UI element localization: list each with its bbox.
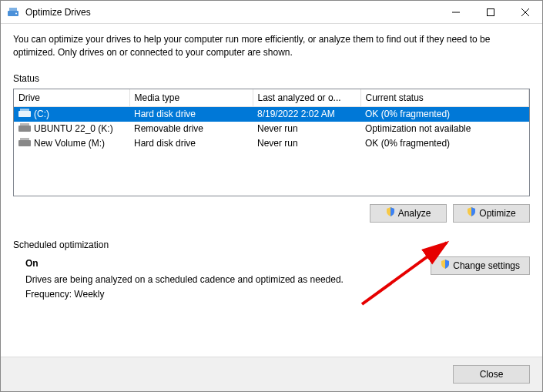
media-type: Hard disk drive xyxy=(129,136,253,151)
analyze-button[interactable]: Analyze xyxy=(370,204,447,223)
titlebar: Optimize Drives xyxy=(1,1,542,24)
drive-icon xyxy=(18,138,31,149)
scheduled-on: On xyxy=(25,256,344,271)
current-status: OK (0% fragmented) xyxy=(360,106,529,122)
analyze-label: Analyze xyxy=(398,208,431,219)
svg-rect-11 xyxy=(18,140,31,146)
scheduled-desc: Drives are being analyzed on a scheduled… xyxy=(25,273,344,287)
svg-rect-10 xyxy=(20,123,29,126)
col-drive[interactable]: Drive xyxy=(14,89,129,107)
table-row[interactable]: New Volume (M:)Hard disk driveNever runO… xyxy=(14,136,529,151)
svg-rect-7 xyxy=(18,111,31,117)
svg-rect-12 xyxy=(20,138,29,140)
footer: Close xyxy=(1,357,542,391)
intro-text: You can optimize your drives to help you… xyxy=(13,33,530,59)
last-analyzed: 8/19/2022 2:02 AM xyxy=(253,106,360,122)
status-label: Status xyxy=(13,73,530,84)
table-header-row: Drive Media type Last analyzed or o... C… xyxy=(14,89,529,107)
scheduled-freq: Frequency: Weekly xyxy=(25,287,344,302)
svg-rect-4 xyxy=(487,8,494,15)
shield-icon xyxy=(441,260,450,271)
change-settings-label: Change settings xyxy=(453,260,520,271)
col-last[interactable]: Last analyzed or o... xyxy=(253,89,360,107)
drive-icon xyxy=(18,123,31,135)
svg-point-2 xyxy=(15,12,17,14)
svg-rect-8 xyxy=(20,109,29,111)
change-settings-button[interactable]: Change settings xyxy=(431,256,530,275)
drive-name: UBUNTU 22_0 (K:) xyxy=(34,123,113,134)
shield-icon xyxy=(467,207,476,219)
last-analyzed: Never run xyxy=(253,122,360,136)
table-row[interactable]: UBUNTU 22_0 (K:)Removable driveNever run… xyxy=(14,122,529,136)
drive-name: New Volume (M:) xyxy=(34,138,105,149)
close-button[interactable]: Close xyxy=(453,365,530,384)
maximize-button[interactable] xyxy=(473,1,508,23)
optimize-button[interactable]: Optimize xyxy=(453,204,530,223)
drive-table[interactable]: Drive Media type Last analyzed or o... C… xyxy=(13,89,530,196)
current-status: Optimization not available xyxy=(360,122,529,136)
svg-rect-9 xyxy=(18,126,31,132)
window-title: Optimize Drives xyxy=(25,7,438,18)
close-window-button[interactable] xyxy=(508,1,542,23)
optimize-drives-window: Optimize Drives You can optimize your dr… xyxy=(0,0,543,392)
minimize-button[interactable] xyxy=(438,1,473,23)
col-status[interactable]: Current status xyxy=(360,89,529,107)
shield-icon xyxy=(386,207,395,219)
col-media[interactable]: Media type xyxy=(129,89,253,107)
drive-name: (C:) xyxy=(34,109,49,119)
current-status: OK (0% fragmented) xyxy=(360,136,529,151)
last-analyzed: Never run xyxy=(253,136,360,151)
optimize-label: Optimize xyxy=(479,208,515,219)
close-label: Close xyxy=(480,369,504,380)
app-icon xyxy=(7,6,19,18)
table-row[interactable]: (C:)Hard disk drive8/19/2022 2:02 AMOK (… xyxy=(14,106,529,122)
svg-rect-1 xyxy=(9,8,17,11)
media-type: Removable drive xyxy=(129,122,253,136)
scheduled-label: Scheduled optimization xyxy=(13,240,530,250)
media-type: Hard disk drive xyxy=(129,106,253,122)
drive-icon xyxy=(18,109,31,120)
